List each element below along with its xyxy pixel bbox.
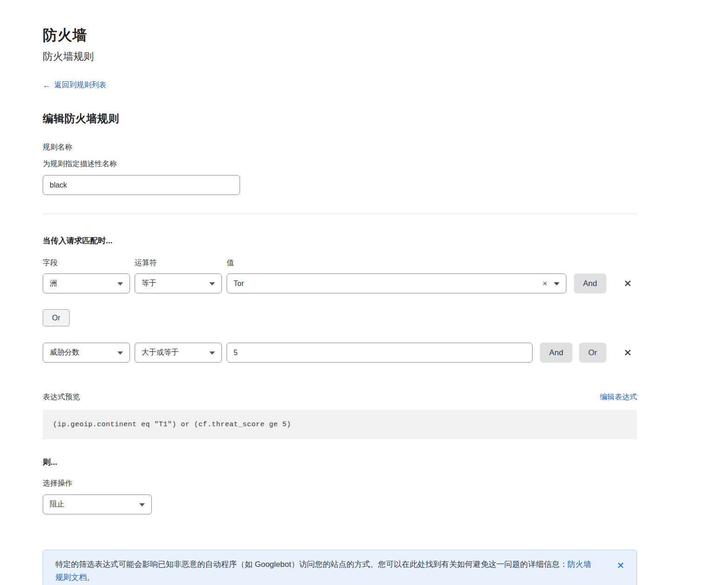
- operator-select-value: 大于或等于: [142, 348, 179, 358]
- section-divider: [43, 214, 637, 214]
- condition-row: 洲 等于 Tor × And ✕: [43, 273, 637, 293]
- delete-condition-icon[interactable]: ✕: [618, 278, 637, 289]
- chevron-down-icon: [117, 351, 123, 355]
- rule-name-input[interactable]: [43, 175, 240, 195]
- add-and-condition-button[interactable]: And: [540, 343, 572, 363]
- info-banner: 特定的筛选表达式可能会影响已知非恶意的自动程序（如 Googlebot）访问您的…: [43, 550, 637, 585]
- expression-preview-box: (ip.geoip.continent eq "T1") or (cf.thre…: [43, 410, 637, 439]
- delete-condition-icon[interactable]: ✕: [618, 347, 637, 358]
- choose-action-label: 选择操作: [43, 479, 637, 488]
- banner-message: 特定的筛选表达式可能会影响已知非恶意的自动程序（如 Googlebot）访问您的…: [55, 560, 567, 569]
- back-link-label: 返回到规则列表: [54, 80, 106, 90]
- edit-rule-heading: 编辑防火墙规则: [43, 111, 637, 126]
- match-heading: 当传入请求匹配时...: [43, 235, 637, 246]
- field-column-label: 字段: [43, 258, 135, 268]
- chevron-down-icon[interactable]: [554, 282, 559, 286]
- value-combobox-value: Tor: [234, 280, 244, 288]
- operator-select-value: 等于: [142, 279, 156, 288]
- operator-select[interactable]: 大于或等于: [135, 343, 222, 363]
- edit-expression-link[interactable]: 编辑表达式: [600, 392, 637, 402]
- back-to-rules-link[interactable]: ← 返回到规则列表: [43, 80, 106, 90]
- expression-preview-label: 表达式预览: [43, 392, 80, 402]
- add-or-condition-button[interactable]: Or: [579, 343, 606, 363]
- action-select-value: 阻止: [50, 500, 65, 509]
- banner-close-icon[interactable]: ✕: [617, 561, 624, 570]
- field-select-value: 威胁分数: [50, 348, 79, 358]
- value-combobox[interactable]: Tor ×: [227, 273, 566, 293]
- chevron-down-icon: [139, 503, 145, 507]
- chevron-down-icon: [209, 351, 215, 355]
- page-subtitle: 防火墙规则: [43, 50, 637, 64]
- add-or-condition-button[interactable]: Or: [43, 309, 70, 326]
- clear-value-icon[interactable]: ×: [543, 280, 547, 287]
- expression-header: 表达式预览 编辑表达式: [43, 392, 637, 402]
- banner-message-suffix: 。: [87, 573, 95, 582]
- field-select-value: 洲: [50, 279, 57, 288]
- page-title: 防火墙: [43, 26, 637, 45]
- value-column-label: 值: [227, 258, 637, 268]
- operator-column-label: 运算符: [135, 258, 227, 268]
- expression-code: (ip.geoip.continent eq "T1") or (cf.thre…: [53, 421, 291, 429]
- chevron-down-icon: [117, 282, 123, 286]
- value-input-value: 5: [234, 349, 238, 357]
- condition-column-labels: 字段 运算符 值: [43, 258, 637, 268]
- banner-text: 特定的筛选表达式可能会影响已知非恶意的自动程序（如 Googlebot）访问您的…: [55, 558, 617, 584]
- firewall-rule-editor-page: 防火墙 防火墙规则 ← 返回到规则列表 编辑防火墙规则 规则名称 为规则指定描述…: [0, 0, 637, 585]
- back-arrow-icon: ←: [43, 81, 51, 90]
- rule-name-help: 为规则指定描述性名称: [43, 159, 637, 169]
- field-select[interactable]: 洲: [43, 273, 130, 293]
- value-input[interactable]: 5: [227, 343, 533, 363]
- chevron-down-icon: [209, 282, 215, 286]
- operator-select[interactable]: 等于: [135, 273, 222, 293]
- condition-row: 威胁分数 大于或等于 5 And Or ✕: [43, 343, 637, 363]
- field-select[interactable]: 威胁分数: [43, 343, 130, 363]
- rule-name-label: 规则名称: [43, 143, 637, 152]
- add-and-condition-button[interactable]: And: [574, 273, 606, 293]
- then-heading: 则...: [43, 457, 637, 468]
- action-select[interactable]: 阻止: [43, 494, 152, 514]
